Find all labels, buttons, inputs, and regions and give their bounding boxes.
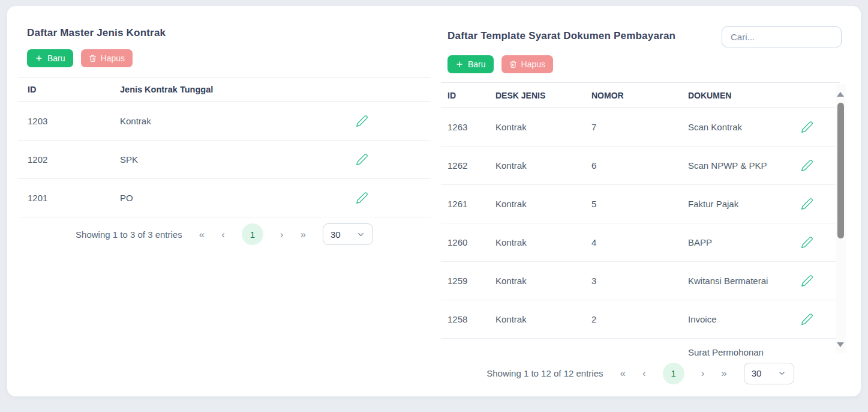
first-page-button[interactable]: « [199, 229, 205, 240]
cell-desk-jenis: Kontrak [495, 276, 591, 286]
col-header-dokumen: DOKUMEN [688, 91, 774, 100]
table-row[interactable]: 1201 PO [18, 179, 431, 217]
pencil-icon [801, 313, 813, 326]
cell-id: 1203 [28, 116, 120, 126]
cell-id: 1260 [447, 237, 495, 247]
chevron-down-icon [356, 230, 365, 239]
current-page-button[interactable]: 1 [242, 223, 263, 245]
last-page-button[interactable]: » [721, 368, 726, 378]
page-size-select[interactable]: 30 [744, 363, 794, 384]
left-delete-button[interactable]: Hapus [81, 49, 133, 67]
col-header-id: ID [28, 85, 120, 94]
cell-desk-jenis: Kontrak [495, 199, 591, 209]
pagination-summary: Showing 1 to 3 of 3 entries [76, 229, 182, 240]
pencil-icon [801, 198, 813, 210]
cell-nomor: 4 [591, 237, 688, 247]
pencil-icon [356, 192, 368, 204]
cell-nomor: 2 [591, 314, 688, 324]
table-row[interactable]: 1259 Kontrak 3 Kwitansi Bermaterai [441, 262, 840, 300]
edit-row-button[interactable] [354, 190, 370, 206]
trash-icon [509, 60, 517, 68]
vertical-scrollbar[interactable] [836, 84, 846, 353]
cell-dokumen: BAPP [688, 237, 774, 247]
left-new-button-label: Baru [47, 53, 65, 63]
edit-row-button[interactable] [354, 151, 370, 168]
cell-dokumen: Invoice [688, 314, 774, 324]
scroll-up-icon[interactable] [837, 92, 844, 97]
cell-id: 1262 [447, 160, 495, 171]
cell-nomor: 6 [591, 160, 688, 171]
cell-dokumen: Faktur Pajak [688, 199, 774, 209]
cell-jenis: PO [120, 193, 293, 203]
col-header-id: ID [447, 91, 495, 100]
left-table-body: 1203 Kontrak 1202 SPK 1201 PO [18, 102, 431, 217]
left-new-button[interactable]: Baru [27, 49, 73, 67]
last-page-button[interactable]: » [300, 229, 305, 240]
edit-row-button[interactable] [799, 311, 815, 327]
page-size-select[interactable]: 30 [323, 223, 373, 245]
cell-nomor: 3 [591, 276, 688, 286]
next-page-button[interactable]: › [701, 368, 705, 378]
pencil-icon [801, 121, 813, 133]
cell-desk-jenis: Kontrak [495, 314, 591, 324]
right-table-body: 1263 Kontrak 7 Scan Kontrak 1262 Kontrak… [441, 108, 840, 356]
cell-dokumen: Scan Kontrak [688, 122, 774, 132]
edit-row-button[interactable] [799, 157, 815, 174]
cell-nomor: 7 [591, 122, 688, 132]
left-toolbar: Baru Hapus [27, 49, 133, 67]
cell-id: 1263 [447, 122, 495, 132]
table-row[interactable]: 1260 Kontrak 4 BAPP [441, 223, 840, 262]
table-row[interactable]: 1261 Kontrak 5 Faktur Pajak [441, 185, 840, 223]
table-row[interactable]: 1258 Kontrak 2 Invoice [441, 300, 840, 339]
cell-dokumen: Kwitansi Bermaterai [688, 276, 774, 286]
page-size-value: 30 [752, 368, 762, 378]
left-table-header: ID Jenis Kontrak Tunggal [18, 77, 431, 102]
next-page-button[interactable]: › [280, 229, 284, 240]
plus-icon [35, 54, 43, 62]
right-new-button-label: Baru [468, 59, 486, 69]
right-table-header: ID DESK JENIS NOMOR DOKUMEN [441, 82, 840, 108]
cell-dokumen: Surat Permohonan [688, 339, 774, 356]
chevron-down-icon [777, 369, 786, 378]
pencil-icon [356, 115, 368, 127]
right-toolbar: Baru Hapus [447, 55, 553, 73]
right-panel-title: Daftar Template Syarat Dokumen Pembayara… [447, 30, 675, 42]
template-syarat-dokumen-panel: Daftar Template Syarat Dokumen Pembayara… [441, 6, 840, 396]
scroll-down-icon[interactable] [837, 342, 844, 347]
edit-row-button[interactable] [799, 196, 815, 212]
right-delete-button-label: Hapus [521, 59, 545, 69]
edit-row-button[interactable] [354, 113, 370, 129]
scrollbar-thumb[interactable] [837, 103, 844, 238]
cell-id: 1261 [447, 199, 495, 209]
table-row[interactable]: 1262 Kontrak 6 Scan NPWP & PKP [441, 147, 840, 185]
search-input[interactable] [722, 26, 842, 47]
edit-row-button[interactable] [799, 119, 815, 135]
plus-icon [455, 60, 464, 68]
pencil-icon [801, 236, 813, 249]
right-delete-button[interactable]: Hapus [501, 55, 553, 73]
right-new-button[interactable]: Baru [447, 55, 494, 73]
master-jenis-kontrak-panel: Daftar Master Jenis Kontrak Baru Hapus I… [18, 6, 431, 396]
col-header-desk-jenis: DESK JENIS [495, 91, 591, 100]
cell-id: 1259 [447, 276, 495, 286]
pencil-icon [356, 153, 368, 166]
table-row[interactable]: 1203 Kontrak [18, 102, 431, 141]
prev-page-button[interactable]: ‹ [642, 368, 646, 378]
first-page-button[interactable]: « [620, 368, 626, 378]
col-header-jenis-kontrak-tunggal: Jenis Kontrak Tunggal [120, 85, 293, 94]
table-row[interactable]: 1263 Kontrak 7 Scan Kontrak [441, 108, 840, 147]
cell-id: 1258 [447, 314, 495, 324]
table-row-clipped[interactable]: Surat Permohonan [441, 339, 840, 356]
pencil-icon [801, 274, 813, 287]
cell-dokumen: Scan NPWP & PKP [688, 160, 774, 171]
edit-row-button[interactable] [799, 234, 815, 250]
edit-row-button[interactable] [799, 273, 815, 289]
cell-desk-jenis: Kontrak [495, 160, 591, 171]
right-pagination: Showing 1 to 12 of 12 entries « ‹ 1 › » … [441, 356, 840, 390]
table-row[interactable]: 1202 SPK [18, 141, 431, 179]
current-page-button[interactable]: 1 [663, 363, 684, 384]
pencil-icon [801, 159, 813, 172]
cell-nomor: 5 [591, 199, 688, 209]
content-card: Daftar Master Jenis Kontrak Baru Hapus I… [7, 6, 861, 396]
prev-page-button[interactable]: ‹ [221, 229, 225, 240]
